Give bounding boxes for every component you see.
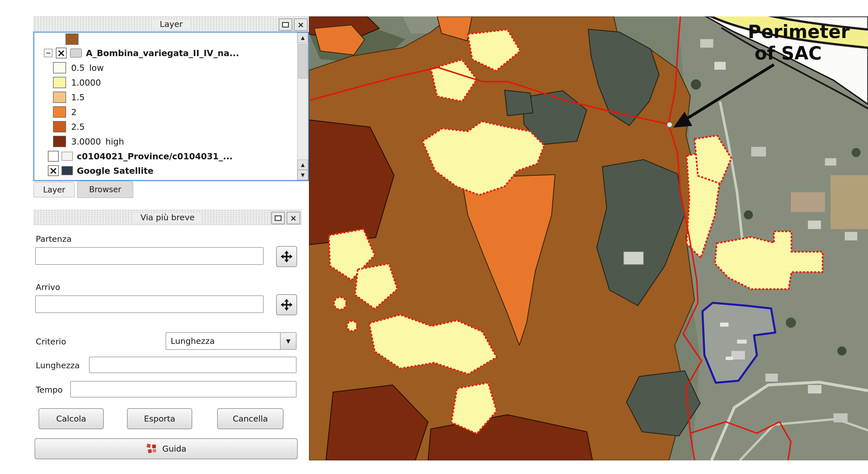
tab-browser[interactable]: Browser (77, 181, 133, 198)
layer-checkbox[interactable]: × (56, 48, 67, 58)
legend-item[interactable]: 0.5 low (34, 60, 308, 75)
map-graphics (309, 17, 868, 461)
collapse-icon[interactable]: − (44, 49, 53, 57)
layer-name: Google Satellite (77, 166, 153, 176)
scroll-down-icon[interactable]: ▼ (298, 170, 308, 180)
road-graph-plugin-icon (146, 443, 158, 454)
time-label: Tempo (36, 385, 63, 394)
legend-tag: low (89, 63, 104, 73)
legend-value: 3.0000 (71, 137, 101, 147)
pick-end-button[interactable] (276, 294, 297, 315)
time-input[interactable] (70, 381, 297, 398)
legend-swatch (53, 136, 66, 147)
help-button-label: Guida (162, 444, 186, 453)
clear-button-label: Cancella (233, 414, 268, 423)
tree-scrollbar[interactable]: ▲ ▲ ▼ (297, 33, 308, 180)
export-button[interactable]: Esporta (127, 408, 192, 429)
legend-swatch (53, 121, 66, 132)
route-panel-titlebar[interactable]: Via più breve × (33, 210, 302, 225)
calculate-button-label: Calcola (56, 414, 86, 423)
crosshair-icon (280, 298, 293, 311)
layer-panel: Layer × − × A_Bombina_variegata_II_IV_na… (33, 17, 309, 181)
annotation-line1: Perimeter (748, 23, 849, 41)
close-panel-button[interactable]: × (294, 19, 308, 31)
layer-panel-title: Layer (153, 19, 190, 29)
layer-name: c0104021_Province/c0104031_... (77, 151, 233, 161)
legend-swatch (53, 77, 66, 88)
scroll-up-icon[interactable]: ▲ (298, 33, 308, 43)
close-panel-button[interactable]: × (287, 212, 300, 224)
length-label: Lunghezza (36, 360, 80, 370)
map-canvas[interactable]: Perimeter of SAC (309, 17, 868, 461)
tree-row-province-layer[interactable]: c0104021_Province/c0104031_... (34, 149, 308, 164)
float-icon (275, 216, 281, 221)
pick-start-button[interactable] (276, 246, 297, 267)
tree-row-google-satellite[interactable]: × Google Satellite (34, 164, 308, 178)
layer-name: A_Bombina_variegata_II_IV_na... (86, 48, 239, 58)
legend-item[interactable]: 1.5 (34, 90, 308, 105)
layer-tree[interactable]: − × A_Bombina_variegata_II_IV_na... 0.5 … (33, 32, 309, 181)
chevron-down-icon[interactable]: ▼ (280, 333, 296, 349)
satellite-layer-icon (62, 166, 73, 175)
legend-item[interactable]: 3.0000 high (34, 134, 308, 149)
qgis-window: Layer × − × A_Bombina_variegata_II_IV_na… (0, 0, 868, 474)
shortest-path-panel: Via più breve × Partenza Arrivo Criterio… (33, 210, 302, 461)
annotation-line2: of SAC (754, 44, 822, 62)
map-layer-icon (62, 152, 73, 161)
tree-row-main-layer[interactable]: − × A_Bombina_variegata_II_IV_na... (34, 45, 308, 60)
layer-checkbox[interactable]: × (48, 165, 59, 176)
scroll-up-icon[interactable]: ▲ (298, 160, 308, 170)
comment-layer-icon (70, 49, 82, 58)
tab-layer[interactable]: Layer (33, 182, 75, 197)
export-button-label: Esporta (144, 414, 176, 423)
crosshair-icon (280, 250, 293, 263)
legend-value: 0.5 (71, 63, 85, 73)
layer-panel-titlebar[interactable]: Layer × (33, 17, 309, 32)
route-panel-title: Via più breve (133, 213, 202, 222)
start-input[interactable] (35, 247, 264, 265)
legend-swatch (53, 92, 66, 103)
end-input[interactable] (35, 295, 264, 313)
clear-button[interactable]: Cancella (217, 408, 283, 429)
legend-item[interactable]: 2 (34, 105, 308, 119)
criterion-label: Criterio (36, 337, 66, 346)
tab-browser-label: Browser (89, 185, 121, 194)
float-icon (282, 22, 289, 28)
end-label: Arrivo (36, 282, 60, 292)
legend-value: 2 (71, 107, 76, 117)
float-panel-button[interactable] (279, 19, 292, 31)
legend-value: 1.5 (71, 92, 85, 102)
layer-checkbox[interactable] (48, 151, 59, 162)
partial-layer-swatch (65, 33, 79, 45)
scrollbar-thumb[interactable] (298, 44, 308, 78)
tab-layer-label: Layer (43, 185, 65, 194)
tree-row-partial[interactable] (34, 33, 308, 45)
criterion-value: Lunghezza (166, 336, 280, 346)
legend-swatch (53, 106, 66, 118)
legend-value: 2.5 (71, 122, 85, 132)
length-input[interactable] (89, 357, 297, 373)
legend-tag: high (105, 137, 124, 147)
calculate-button[interactable]: Calcola (38, 408, 104, 429)
help-button[interactable]: Guida (35, 438, 298, 459)
legend-item[interactable]: 2.5 (34, 119, 308, 134)
legend-item[interactable]: 1.0000 (34, 75, 308, 90)
criterion-select[interactable]: Lunghezza ▼ (165, 332, 297, 350)
float-panel-button[interactable] (271, 212, 285, 224)
legend-value: 1.0000 (71, 78, 101, 88)
legend-swatch (53, 62, 66, 73)
start-label: Partenza (36, 234, 71, 244)
